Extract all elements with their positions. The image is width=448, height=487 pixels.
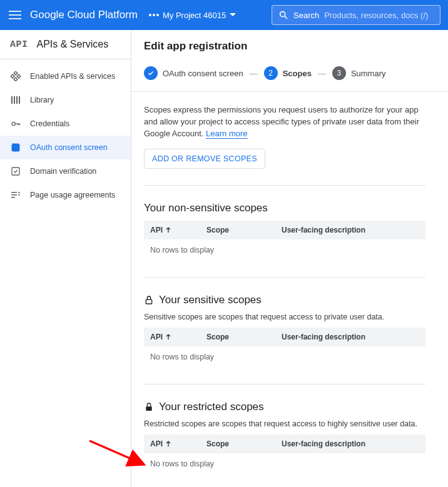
section-divider (144, 384, 425, 384)
restricted-table: API Scope User-facing description No row… (144, 434, 425, 474)
sidebar-item-enabled-apis[interactable]: Enabled APIs & services (0, 64, 131, 88)
sidebar-item-credentials[interactable]: Credentials (0, 112, 131, 136)
empty-rows: No rows to display (144, 453, 425, 474)
step-label: Summary (351, 69, 386, 78)
svg-rect-0 (9, 11, 21, 12)
project-name: My Project 46015 (163, 11, 226, 20)
svg-rect-11 (16, 96, 18, 104)
svg-rect-9 (11, 96, 13, 104)
svg-rect-18 (12, 168, 19, 175)
svg-rect-24 (146, 299, 151, 304)
key-icon (10, 118, 21, 129)
svg-rect-19 (11, 192, 17, 193)
intro-text: Scopes express the permissions you reque… (144, 104, 425, 140)
add-remove-scopes-button[interactable]: ADD OR REMOVE SCOPES (144, 149, 265, 169)
sidebar-item-label: Enabled APIs & services (30, 72, 115, 81)
svg-rect-23 (18, 194, 20, 196)
step-label: Scopes (283, 69, 312, 78)
step-label: OAuth consent screen (163, 69, 243, 78)
diamond-icon (10, 71, 21, 82)
table-header: API Scope User-facing description (144, 434, 425, 453)
col-scope[interactable]: Scope (206, 333, 282, 341)
sensitive-title-label: Your sensitive scopes (159, 294, 262, 306)
col-api[interactable]: API (150, 439, 206, 448)
step-oauth-consent[interactable]: OAuth consent screen (144, 66, 243, 80)
sidebar-title-label: APIs & Services (37, 39, 109, 50)
sidebar: API APIs & Services Enabled APIs & servi… (0, 30, 131, 487)
consent-icon (10, 142, 21, 153)
svg-rect-20 (11, 194, 17, 196)
sort-up-icon (165, 441, 171, 447)
sidebar-item-label: Page usage agreements (30, 191, 115, 199)
col-desc[interactable]: User-facing description (282, 333, 419, 341)
svg-rect-17 (12, 144, 19, 151)
svg-rect-2 (9, 18, 21, 19)
col-scope[interactable]: Scope (206, 226, 282, 234)
sidebar-item-domain-verification[interactable]: Domain verification (0, 159, 131, 183)
col-api-label: API (150, 439, 163, 448)
sidebar-item-label: Domain verification (30, 167, 96, 176)
stepper: OAuth consent screen — 2 Scopes — 3 Summ… (131, 61, 448, 92)
intro-body: Scopes express the permissions you reque… (144, 105, 419, 138)
svg-point-3 (280, 12, 285, 17)
sensitive-desc: Sensitive scopes are scopes that request… (144, 313, 425, 321)
col-api[interactable]: API (150, 333, 206, 341)
sidebar-item-page-usage[interactable]: Page usage agreements (0, 183, 131, 207)
menu-icon[interactable] (8, 8, 23, 23)
table-header: API Scope User-facing description (144, 328, 425, 346)
project-icon (149, 14, 159, 16)
search-input[interactable]: Search Products, resources, docs (/) (272, 5, 440, 25)
sidebar-item-label: OAuth consent screen (30, 143, 108, 152)
restricted-title-label: Your restricted scopes (159, 401, 264, 413)
project-picker[interactable]: My Project 46015 (145, 8, 240, 23)
sidebar-item-oauth-consent[interactable]: OAuth consent screen (0, 136, 131, 159)
chevron-down-icon (230, 12, 236, 18)
col-desc[interactable]: User-facing description (282, 226, 419, 234)
section-divider (144, 277, 425, 278)
col-desc[interactable]: User-facing description (282, 439, 419, 448)
sidebar-title[interactable]: API APIs & Services (0, 30, 131, 59)
section-divider (144, 185, 425, 186)
col-scope[interactable]: Scope (206, 439, 282, 448)
sidebar-item-label: Library (30, 96, 54, 104)
api-logo: API (10, 39, 28, 50)
svg-rect-5 (14, 71, 18, 75)
main-content: Edit app registration OAuth consent scre… (131, 30, 448, 487)
col-api[interactable]: API (150, 226, 206, 234)
search-icon (278, 10, 288, 20)
gcp-header: Google Cloud Platform My Project 46015 S… (0, 0, 448, 30)
col-api-label: API (150, 226, 163, 234)
search-placeholder: Products, resources, docs (/) (324, 11, 428, 20)
learn-more-link[interactable]: Learn more (206, 129, 247, 139)
sort-up-icon (165, 227, 171, 233)
svg-line-4 (285, 16, 287, 19)
restricted-desc: Restricted scopes are scopes that reques… (144, 419, 425, 428)
step-number: 3 (332, 66, 346, 80)
sort-up-icon (165, 334, 171, 340)
svg-rect-8 (14, 78, 18, 81)
step-divider: — (318, 69, 326, 78)
svg-rect-22 (18, 192, 20, 193)
sidebar-item-library[interactable]: Library (0, 88, 131, 112)
restricted-title: Your restricted scopes (144, 401, 425, 413)
check-icon (10, 166, 21, 177)
svg-rect-25 (146, 406, 151, 411)
sensitive-title: Your sensitive scopes (144, 294, 425, 306)
lock-outline-icon (144, 295, 154, 305)
svg-rect-10 (14, 96, 15, 104)
check-circle-icon (144, 66, 158, 80)
svg-rect-1 (9, 14, 21, 16)
nonsensitive-table: API Scope User-facing description No row… (144, 221, 425, 261)
col-api-label: API (150, 333, 163, 341)
table-header: API Scope User-facing description (144, 221, 425, 239)
step-summary[interactable]: 3 Summary (332, 66, 386, 80)
svg-rect-6 (11, 74, 14, 78)
empty-rows: No rows to display (144, 239, 425, 261)
sensitive-table: API Scope User-facing description No row… (144, 328, 425, 368)
lock-icon (144, 402, 154, 412)
sidebar-item-label: Credentials (30, 119, 69, 128)
step-scopes[interactable]: 2 Scopes (264, 66, 312, 80)
empty-rows: No rows to display (144, 346, 425, 368)
search-label: Search (293, 11, 319, 20)
agreement-icon (10, 189, 21, 201)
